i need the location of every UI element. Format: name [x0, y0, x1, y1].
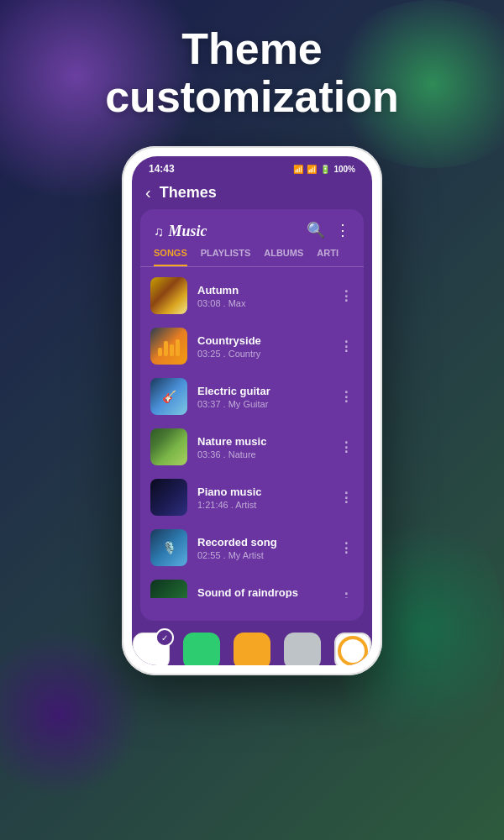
bar-icon	[158, 336, 180, 356]
song-info: Electric guitar 03:37 . My Guitar	[197, 385, 339, 409]
list-item[interactable]: Sound of raindrops 02:55 . Remix ⋮	[140, 573, 364, 598]
tab-artists[interactable]: ARTI	[317, 248, 339, 266]
song-info: Piano music 1:21:46 . Artist	[197, 486, 339, 510]
song-thumb-guitar: 🎸	[150, 378, 187, 415]
song-info: Recorded song 02:55 . My Artist	[197, 536, 339, 560]
theme-dot-gray[interactable]	[284, 633, 321, 665]
song-meta: 03:36 . Nature	[197, 449, 339, 459]
app-content: ♫ Music 🔍 ⋮ SONGS PLAYLISTS ALBUMS ARTI	[140, 209, 364, 621]
song-more-button[interactable]: ⋮	[339, 288, 354, 304]
app-logo: ♫ Music	[154, 219, 207, 241]
more-icon[interactable]: ⋮	[335, 221, 350, 239]
guitar-icon: 🎸	[162, 390, 176, 403]
song-thumb-piano	[150, 479, 187, 516]
song-name: Sound of raindrops	[197, 586, 339, 599]
theme-dot-green[interactable]	[183, 633, 220, 665]
title-section: Theme customization	[0, 0, 504, 138]
nav-bar: ‹ Themes	[132, 178, 372, 209]
song-meta: 03:08 . Max	[197, 298, 339, 308]
song-more-button[interactable]: ⋮	[339, 490, 354, 506]
signal-icon: 📶	[307, 165, 317, 174]
status-time: 14:43	[149, 163, 175, 175]
song-name: Nature music	[197, 435, 339, 448]
search-icon[interactable]: 🔍	[307, 221, 325, 239]
song-name: Countryside	[197, 334, 339, 347]
phone-container: 14:43 📶 📶 🔋 100% ‹ Themes ♫	[0, 146, 504, 675]
theme-dot-white[interactable]	[133, 633, 170, 665]
nav-title: Themes	[160, 184, 217, 202]
theme-dots	[132, 621, 372, 665]
mic-icon: 🎙️	[162, 541, 176, 554]
song-more-button[interactable]: ⋮	[339, 439, 354, 455]
tab-songs[interactable]: SONGS	[154, 248, 187, 266]
battery-percent: 100%	[333, 165, 355, 174]
song-meta: 03:37 . My Guitar	[197, 399, 339, 409]
back-button[interactable]: ‹	[145, 183, 151, 202]
song-thumb-raindrops	[150, 580, 187, 598]
song-info: Nature music 03:36 . Nature	[197, 435, 339, 459]
list-item[interactable]: Countryside 03:25 . Country ⋮	[140, 321, 364, 371]
app-logo-text: Music	[169, 223, 207, 239]
song-info: Countryside 03:25 . Country	[197, 334, 339, 359]
song-more-button[interactable]: ⋮	[339, 339, 354, 354]
song-thumb-nature	[150, 428, 187, 465]
list-item[interactable]: 🎸 Electric guitar 03:37 . My Guitar ⋮	[140, 371, 364, 422]
phone-screen: 14:43 📶 📶 🔋 100% ‹ Themes ♫	[132, 156, 372, 665]
song-info: Sound of raindrops 02:55 . Remix	[197, 586, 339, 599]
song-name: Piano music	[197, 486, 339, 498]
song-info: Autumn 03:08 . Max	[197, 284, 339, 308]
theme-dot-orange-ring[interactable]	[334, 633, 371, 665]
music-note-deco: ♫	[154, 224, 164, 239]
song-more-button[interactable]: ⋮	[339, 389, 354, 405]
battery-icon: 🔋	[320, 165, 330, 174]
title-line2: customization	[105, 72, 399, 121]
song-thumb-autumn	[150, 277, 187, 314]
list-item[interactable]: Nature music 03:36 . Nature ⋮	[140, 422, 364, 472]
song-meta: 02:55 . My Artist	[197, 550, 339, 560]
song-name: Recorded song	[197, 536, 339, 549]
list-item[interactable]: Piano music 1:21:46 . Artist ⋮	[140, 472, 364, 522]
list-item[interactable]: 🎙️ Recorded song 02:55 . My Artist ⋮	[140, 522, 364, 573]
song-list: Autumn 03:08 . Max ⋮	[140, 270, 364, 598]
song-more-button[interactable]: ⋮	[339, 540, 354, 556]
wifi-icon: 📶	[293, 165, 303, 174]
main-title: Theme customization	[17, 25, 487, 121]
song-thumb-recorded: 🎙️	[150, 529, 187, 566]
song-name: Electric guitar	[197, 385, 339, 397]
title-line1: Theme	[181, 24, 323, 73]
theme-dot-orange[interactable]	[234, 633, 270, 665]
tabs: SONGS PLAYLISTS ALBUMS ARTI	[140, 248, 364, 267]
song-name: Autumn	[197, 284, 339, 297]
app-action-icons: 🔍 ⋮	[307, 221, 350, 239]
song-meta: 03:25 . Country	[197, 349, 339, 359]
tab-albums[interactable]: ALBUMS	[264, 248, 303, 266]
list-item[interactable]: Autumn 03:08 . Max ⋮	[140, 270, 364, 321]
song-meta: 1:21:46 . Artist	[197, 500, 339, 510]
tab-playlists[interactable]: PLAYLISTS	[201, 248, 251, 266]
song-thumb-countryside	[150, 328, 187, 365]
status-bar: 14:43 📶 📶 🔋 100%	[132, 156, 372, 178]
status-icons: 📶 📶 🔋 100%	[293, 165, 355, 174]
song-more-button[interactable]: ⋮	[339, 591, 354, 599]
app-header: ♫ Music 🔍 ⋮	[140, 209, 364, 248]
phone-frame: 14:43 📶 📶 🔋 100% ‹ Themes ♫	[122, 146, 382, 675]
